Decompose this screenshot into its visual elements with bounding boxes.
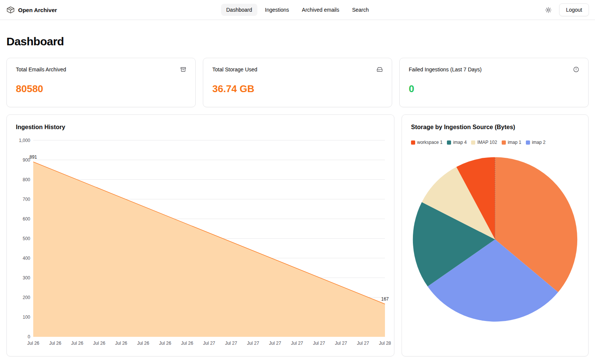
legend-swatch	[526, 140, 530, 145]
x-axis-label: Jul 26	[71, 341, 83, 345]
stats-row: Total Emails Archived 80580 Total Storag…	[6, 58, 589, 107]
ingestion-history-chart: 01002003004005006007008009001,000 891167…	[16, 140, 385, 347]
legend-item-imap-4[interactable]: imap 4	[447, 140, 467, 145]
x-axis-label: Jul 26	[27, 341, 39, 345]
theme-toggle-button[interactable]	[543, 5, 554, 15]
legend-label: imap 4	[453, 140, 467, 145]
hard-drive-icon	[377, 66, 383, 72]
legend-item-imap-102[interactable]: IMAP 102	[471, 140, 497, 145]
y-axis-label: 500	[23, 236, 30, 241]
x-axis-label: Jul 28	[379, 341, 391, 345]
nav-search[interactable]: Search	[347, 4, 374, 16]
nav-archived-emails[interactable]: Archived emails	[297, 4, 345, 16]
y-axis-label: 600	[23, 217, 30, 221]
legend-item-imap-2[interactable]: imap 2	[526, 140, 546, 145]
x-axis-label: Jul 27	[269, 341, 281, 345]
area-plot: 891167	[33, 140, 385, 337]
storage-by-source-card: Storage by Ingestion Source (Bytes) work…	[402, 114, 589, 356]
pie-legend: workspace 1imap 4IMAP 102imap 1imap 2	[411, 140, 579, 145]
legend-item-imap-1[interactable]: imap 1	[502, 140, 521, 145]
app-logo-icon	[6, 5, 15, 14]
legend-swatch	[411, 140, 415, 145]
pie-chart	[411, 155, 579, 324]
y-axis-label: 100	[23, 315, 30, 319]
x-axis-label: Jul 26	[115, 341, 127, 345]
main-nav: Dashboard Ingestions Archived emails Sea…	[221, 4, 374, 16]
x-axis-label: Jul 26	[159, 341, 171, 345]
sun-icon	[545, 7, 552, 13]
y-axis-label: 800	[23, 177, 30, 182]
y-axis-label: 200	[23, 295, 30, 300]
x-axis-label: Jul 27	[313, 341, 325, 345]
x-axis-label: Jul 27	[357, 341, 369, 345]
legend-label: IMAP 102	[477, 140, 497, 145]
ingestion-history-title: Ingestion History	[16, 124, 385, 131]
x-axis-label: Jul 27	[247, 341, 259, 345]
stat-value-total-emails: 80580	[16, 83, 186, 95]
area-fill	[33, 162, 385, 337]
brand[interactable]: Open Archiver	[6, 5, 57, 14]
stat-title: Total Storage Used	[212, 66, 257, 72]
x-axis-label: Jul 26	[137, 341, 149, 345]
alert-circle-icon	[573, 66, 579, 72]
header-actions: Logout	[543, 3, 589, 16]
charts-row: Ingestion History 0100200300400500600700…	[6, 114, 589, 356]
x-axis-label: Jul 27	[291, 341, 303, 345]
stat-title: Failed Ingestions (Last 7 Days)	[409, 66, 482, 72]
archive-icon	[180, 66, 186, 72]
y-axis-label: 1,000	[19, 138, 30, 143]
pie-svg	[411, 155, 579, 324]
ingestion-history-card: Ingestion History 0100200300400500600700…	[6, 114, 394, 356]
nav-ingestions[interactable]: Ingestions	[260, 4, 294, 16]
stat-value-failed-ingestions: 0	[409, 83, 579, 95]
y-axis-label: 400	[23, 256, 30, 261]
nav-dashboard[interactable]: Dashboard	[221, 4, 258, 16]
x-axis-label: Jul 26	[49, 341, 61, 345]
dashboard-page: Dashboard Total Emails Archived 80580 To…	[0, 20, 595, 364]
app-header: Open Archiver Dashboard Ingestions Archi…	[0, 0, 595, 20]
stat-card-storage: Total Storage Used 36.74 GB	[203, 58, 392, 107]
legend-swatch	[447, 140, 451, 145]
logout-button[interactable]: Logout	[559, 3, 589, 16]
x-axis-label: Jul 27	[335, 341, 347, 345]
stat-title: Total Emails Archived	[16, 66, 66, 72]
legend-item-workspace-1[interactable]: workspace 1	[411, 140, 442, 145]
x-axis-label: Jul 27	[225, 341, 237, 345]
y-axis-label: 0	[28, 335, 30, 339]
stat-card-total-emails: Total Emails Archived 80580	[6, 58, 196, 107]
storage-by-source-title: Storage by Ingestion Source (Bytes)	[411, 124, 579, 131]
y-axis: 01002003004005006007008009001,000	[16, 140, 33, 337]
legend-label: workspace 1	[417, 140, 442, 145]
legend-swatch	[502, 140, 506, 145]
x-axis: Jul 26Jul 26Jul 26Jul 26Jul 26Jul 26Jul …	[33, 337, 385, 347]
stat-card-failed-ingestions: Failed Ingestions (Last 7 Days) 0	[399, 58, 589, 107]
x-axis-label: Jul 26	[181, 341, 193, 345]
brand-name: Open Archiver	[18, 7, 57, 13]
y-axis-label: 900	[23, 158, 30, 162]
y-axis-label: 300	[23, 276, 30, 280]
area-svg	[33, 140, 385, 337]
y-axis-label: 700	[23, 197, 30, 202]
x-axis-label: Jul 26	[93, 341, 105, 345]
legend-label: imap 1	[508, 140, 521, 145]
x-axis-label: Jul 27	[203, 341, 215, 345]
legend-label: imap 2	[532, 140, 546, 145]
stat-value-storage: 36.74 GB	[212, 83, 383, 95]
legend-swatch	[471, 140, 475, 145]
page-title: Dashboard	[6, 35, 589, 48]
